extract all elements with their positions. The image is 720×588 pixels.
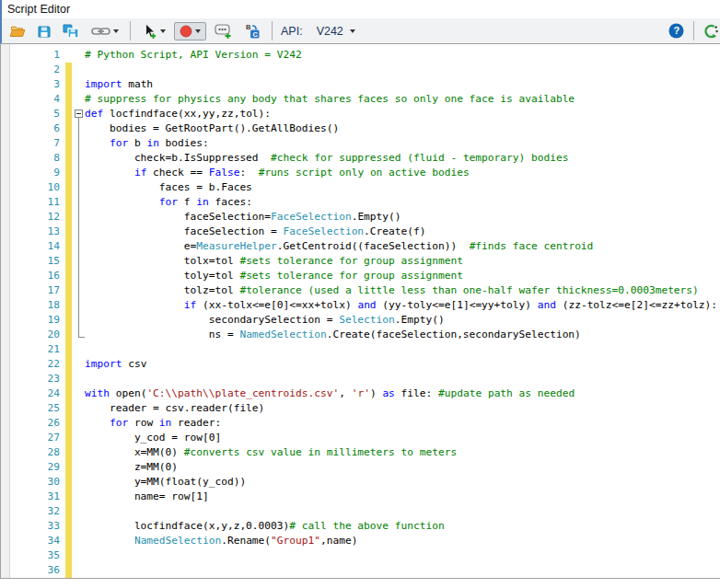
help-button[interactable]: ? (666, 20, 687, 41)
code-line[interactable]: 29 z=MM(0) (1, 460, 720, 475)
line-number: 4 (11, 92, 63, 107)
select-tool-button[interactable] (139, 20, 168, 42)
code-line[interactable]: 31 name= row[1] (1, 490, 720, 504)
code-text: with open('C:\\path\\plate_centroids.csv… (85, 386, 575, 401)
code-line[interactable]: 11 for f in faces: (1, 195, 720, 210)
code-line[interactable]: 16 toly=tol #sets tolerance for group as… (1, 269, 720, 283)
code-line[interactable]: 26 for row in reader: (1, 416, 720, 431)
record-icon (180, 25, 192, 38)
line-number: 26 (11, 416, 63, 431)
line-number: 25 (11, 401, 63, 416)
code-line[interactable]: 7 for b in bodies: (1, 136, 720, 151)
code-line[interactable]: 1# Python Script, API Version = V242 (1, 48, 720, 63)
change-bar (65, 121, 72, 136)
code-line[interactable]: 13 faceSelection = FaceSelection.Create(… (1, 225, 720, 239)
code-text: # suppress for physics any body that sha… (85, 92, 575, 107)
convert-script-button[interactable]: B C (241, 20, 263, 41)
code-lines: 1# Python Script, API Version = V24223im… (1, 44, 720, 578)
record-button[interactable] (174, 22, 206, 40)
code-line[interactable]: 17 tolz=tol #tolerance (used a little le… (1, 283, 720, 298)
fold-margin (73, 166, 85, 180)
change-bar (65, 504, 72, 519)
code-line[interactable]: 19 secondarySelection = Selection.Empty(… (1, 313, 720, 328)
update-script-button[interactable] (701, 21, 720, 41)
save-script-as-button[interactable] (60, 20, 83, 41)
code-text: faces = b.Faces (85, 180, 252, 195)
code-line[interactable]: 2 (1, 63, 720, 77)
svg-text:?: ? (674, 25, 680, 36)
code-text: if check == False: #runs script only on … (85, 166, 470, 180)
fold-margin (73, 313, 85, 328)
fold-margin (73, 180, 85, 195)
code-line[interactable]: 9 if check == False: #runs script only o… (1, 166, 720, 180)
code-text: reader = csv.reader(file) (85, 401, 264, 416)
line-number: 15 (11, 254, 63, 269)
change-bar (65, 92, 72, 107)
code-line[interactable]: 25 reader = csv.reader(file) (1, 401, 720, 416)
code-line[interactable]: 15 tolx=tol #sets tolerance for group as… (1, 254, 720, 269)
code-text: ns = NamedSelection.Create(faceSelection… (85, 328, 581, 342)
code-line[interactable]: 20 ns = NamedSelection.Create(faceSelect… (1, 328, 720, 342)
code-text: tolx=tol #sets tolerance for group assig… (85, 254, 463, 269)
code-line[interactable]: 24with open('C:\\path\\plate_centroids.c… (1, 386, 720, 401)
fold-margin (73, 239, 85, 254)
code-line[interactable]: 34 NamedSelection.Rename("Group1",name) (1, 534, 720, 548)
fold-margin (73, 328, 85, 342)
open-script-button[interactable] (6, 21, 29, 41)
code-line[interactable]: 36 (1, 563, 720, 578)
toolbar-separator (130, 21, 131, 40)
change-bar (65, 269, 72, 283)
line-number: 28 (11, 445, 63, 460)
code-line[interactable]: 5def locfindface(xx,yy,zz,tol): (1, 107, 720, 121)
title-bar: Script Editor (0, 0, 720, 18)
code-line[interactable]: 12 faceSelection=FaceSelection.Empty() (1, 210, 720, 225)
code-line[interactable]: 18 if (xx-tolx<=e[0]<=xx+tolx) and (yy-t… (1, 298, 720, 313)
code-text: faceSelection=FaceSelection.Empty() (85, 210, 401, 225)
code-line[interactable]: 14 e=MeasureHelper.GetCentroid((faceSele… (1, 239, 720, 254)
code-line[interactable]: 35 (1, 548, 720, 563)
line-number: 32 (11, 504, 63, 519)
code-line[interactable]: 6 bodies = GetRootPart().GetAllBodies() (1, 121, 720, 136)
line-number: 9 (11, 166, 63, 180)
fold-margin (73, 372, 85, 386)
insert-snippet-button[interactable] (212, 20, 236, 42)
change-bar (65, 151, 72, 166)
code-line[interactable]: 23 (1, 372, 720, 386)
code-text: import math (85, 77, 153, 92)
fold-margin (73, 475, 85, 490)
change-bar (65, 77, 72, 92)
line-number: 34 (11, 534, 63, 548)
code-line[interactable]: 4# suppress for physics any body that sh… (1, 92, 720, 107)
fold-margin (73, 431, 85, 445)
change-bar (65, 475, 72, 490)
fold-collapse-button[interactable] (73, 107, 85, 121)
fold-margin (73, 548, 85, 563)
help-icon: ? (668, 23, 684, 39)
line-number: 11 (11, 195, 63, 210)
code-line[interactable]: 10 faces = b.Faces (1, 180, 720, 195)
change-bar (65, 239, 72, 254)
code-line[interactable]: 30 y=MM(float(y_cod)) (1, 475, 720, 490)
code-line[interactable]: 22import csv (1, 357, 720, 372)
save-script-button[interactable] (34, 21, 54, 41)
change-bar (65, 225, 72, 239)
code-line[interactable]: 3import math (1, 77, 720, 92)
code-line[interactable]: 33 locfindface(x,y,z,0.0003)# call the a… (1, 519, 720, 534)
code-line[interactable]: 21 (1, 342, 720, 357)
fold-margin (73, 298, 85, 313)
api-version-dropdown[interactable]: V242 (308, 22, 358, 40)
code-text: secondarySelection = Selection.Empty() (85, 313, 445, 328)
code-line[interactable]: 28 x=MM(0) #converts csv value in millim… (1, 445, 720, 460)
code-line[interactable]: 32 (1, 504, 720, 519)
save-icon (37, 24, 52, 39)
change-bar (65, 416, 72, 431)
code-editor[interactable]: 1# Python Script, API Version = V24223im… (0, 43, 720, 579)
fold-margin (73, 269, 85, 283)
link-script-button[interactable] (88, 23, 122, 40)
code-line[interactable]: 8 check=b.IsSuppressed #check for suppre… (1, 151, 720, 166)
change-bar (65, 445, 72, 460)
line-number: 30 (11, 475, 63, 490)
line-number: 14 (11, 239, 63, 254)
code-line[interactable]: 27 y_cod = row[0] (1, 431, 720, 445)
line-number: 2 (11, 63, 63, 77)
